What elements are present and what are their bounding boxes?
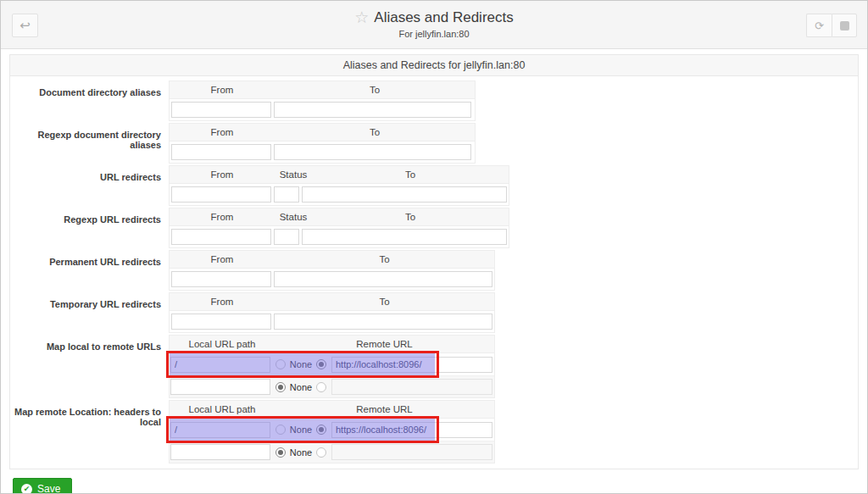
column-header-from: From	[170, 124, 275, 141]
star-icon[interactable]: ☆	[354, 8, 369, 26]
permanent-redirect-from-input[interactable]	[171, 271, 271, 287]
field-label: Temporary URL redirects	[10, 292, 169, 333]
radio-none[interactable]	[275, 425, 286, 435]
field-label: Map remote Location: headers to local	[10, 400, 169, 463]
radio-url[interactable]	[316, 425, 326, 435]
field-map-local-to-remote-urls: Map local to remote URLs Local URL path …	[10, 335, 858, 398]
stop-button[interactable]	[832, 14, 857, 37]
save-button-label: Save	[37, 483, 60, 494]
field-regexp-url-redirects: Regexp URL redirects From Status To	[10, 208, 858, 248]
redirect-to-input[interactable]	[302, 186, 507, 203]
local-path-input[interactable]	[170, 422, 270, 438]
field-url-redirects: URL redirects From Status To	[10, 165, 858, 206]
page-subtitle: For jellyfin.lan:80	[1, 29, 867, 39]
none-label: None	[290, 382, 312, 392]
column-header-remote-url: Remote URL	[275, 336, 494, 352]
temporary-redirect-to-input[interactable]	[274, 314, 492, 330]
column-header-from: From	[170, 208, 275, 225]
column-header-to: To	[275, 251, 494, 268]
regexp-redirect-status-input[interactable]	[274, 229, 299, 245]
field-label: Regexp URL redirects	[10, 208, 169, 248]
column-header-from: From	[170, 293, 275, 310]
none-label: None	[290, 447, 312, 458]
regexp-redirect-from-input[interactable]	[171, 229, 271, 245]
radio-none[interactable]	[275, 382, 286, 392]
field-label: Permanent URL redirects	[10, 250, 169, 291]
none-label: None	[290, 359, 312, 369]
column-header-local-url-path: Local URL path	[170, 401, 275, 418]
save-button[interactable]: ✔ Save	[13, 478, 72, 494]
top-bar: ↩ ☆Aliases and Redirects For jellyfin.la…	[1, 1, 867, 49]
column-header-to: To	[312, 166, 509, 183]
radio-none[interactable]	[275, 447, 286, 458]
map-row-empty: None	[170, 375, 494, 397]
webmin-window: ↩ ☆Aliases and Redirects For jellyfin.la…	[0, 0, 868, 494]
field-temporary-url-redirects: Temporary URL redirects From To	[10, 292, 858, 333]
page-title: Aliases and Redirects	[374, 9, 513, 25]
column-header-to: To	[275, 293, 494, 310]
column-header-from: From	[170, 166, 275, 183]
local-path-input[interactable]	[170, 357, 270, 373]
panel-title: Aliases and Redirects for jellyfin.lan:8…	[10, 55, 858, 76]
field-label: Regexp document directory aliases	[10, 123, 169, 164]
remote-url-input[interactable]	[331, 357, 492, 373]
alias-from-input[interactable]	[171, 102, 271, 118]
radio-url[interactable]	[316, 382, 326, 392]
remote-url-input[interactable]	[331, 444, 492, 460]
column-header-from: From	[170, 81, 275, 98]
field-permanent-url-redirects: Permanent URL redirects From To	[10, 250, 858, 291]
column-header-status: Status	[275, 208, 312, 225]
field-label: URL redirects	[10, 165, 169, 206]
regexp-alias-from-input[interactable]	[171, 144, 271, 160]
radio-none[interactable]	[275, 359, 286, 369]
regexp-redirect-to-input[interactable]	[302, 229, 507, 245]
column-header-local-url-path: Local URL path	[170, 336, 275, 352]
column-header-to: To	[312, 208, 509, 225]
local-path-input[interactable]	[170, 379, 270, 395]
refresh-button[interactable]: ⟳	[806, 14, 832, 37]
regexp-alias-to-input[interactable]	[274, 144, 471, 160]
redirect-status-input[interactable]	[274, 186, 299, 203]
panel-body: Document directory aliases From To Regex…	[10, 76, 858, 469]
radio-url[interactable]	[316, 359, 326, 369]
column-header-status: Status	[275, 166, 312, 183]
column-header-to: To	[275, 81, 475, 98]
check-icon: ✔	[21, 484, 32, 494]
radio-url[interactable]	[316, 447, 326, 458]
permanent-redirect-to-input[interactable]	[274, 271, 492, 287]
column-header-from: From	[170, 251, 275, 268]
column-header-remote-url: Remote URL	[275, 401, 494, 418]
none-label: None	[290, 425, 312, 435]
alias-to-input[interactable]	[274, 102, 471, 118]
map-row-highlighted: None	[170, 353, 494, 375]
remote-url-input[interactable]	[331, 379, 492, 395]
map-row-empty: None	[170, 441, 494, 463]
redirect-from-input[interactable]	[171, 186, 271, 203]
temporary-redirect-from-input[interactable]	[171, 314, 271, 330]
field-regexp-document-directory-aliases: Regexp document directory aliases From T…	[10, 123, 858, 164]
toolbar-button-group: ⟳	[806, 14, 857, 37]
field-label: Document directory aliases	[10, 80, 169, 121]
field-document-directory-aliases: Document directory aliases From To	[10, 80, 858, 121]
column-header-to: To	[275, 124, 475, 141]
stop-square-icon	[840, 21, 849, 31]
refresh-icon: ⟳	[815, 19, 824, 32]
page-title-block: ☆Aliases and Redirects For jellyfin.lan:…	[1, 8, 867, 39]
map-row-highlighted: None	[170, 419, 494, 441]
aliases-panel: Aliases and Redirects for jellyfin.lan:8…	[9, 54, 859, 469]
field-map-remote-location-headers: Map remote Location: headers to local Lo…	[10, 400, 858, 463]
field-label: Map local to remote URLs	[10, 335, 169, 398]
remote-url-input[interactable]	[331, 422, 492, 438]
local-path-input[interactable]	[170, 444, 270, 460]
